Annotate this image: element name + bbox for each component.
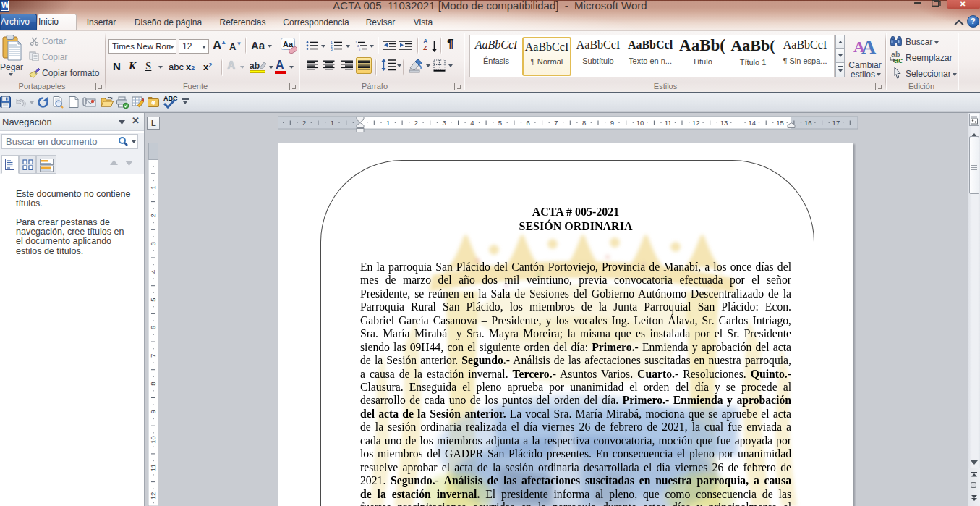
- svg-text:11: 11: [149, 464, 157, 471]
- svg-text:4: 4: [149, 270, 157, 274]
- svg-text:11: 11: [665, 119, 672, 127]
- svg-text:14: 14: [749, 119, 757, 127]
- svg-text:3: 3: [331, 47, 333, 51]
- svg-text:8: 8: [149, 381, 157, 385]
- svg-text:4: 4: [470, 119, 474, 127]
- svg-text:10: 10: [149, 436, 157, 444]
- svg-text:2: 2: [414, 119, 418, 127]
- svg-text:3: 3: [442, 119, 446, 127]
- svg-text:15: 15: [776, 119, 784, 127]
- svg-text:8: 8: [582, 119, 586, 127]
- svg-text:i: i: [359, 48, 360, 51]
- svg-text:9: 9: [149, 410, 157, 413]
- svg-text:Aa: Aa: [283, 40, 294, 49]
- svg-text:10: 10: [636, 119, 644, 127]
- svg-text:9: 9: [610, 119, 614, 127]
- svg-text:12: 12: [692, 119, 700, 127]
- svg-text:13: 13: [720, 119, 728, 127]
- svg-text:1: 1: [386, 119, 390, 127]
- svg-text:5: 5: [149, 298, 157, 301]
- svg-text:7: 7: [554, 119, 558, 127]
- svg-text:7: 7: [149, 354, 157, 358]
- svg-text:2: 2: [302, 119, 306, 127]
- svg-text:2: 2: [149, 214, 157, 217]
- svg-text:12: 12: [149, 492, 157, 500]
- svg-text:16: 16: [804, 119, 812, 127]
- svg-text:17: 17: [832, 119, 840, 127]
- svg-text:6: 6: [527, 119, 530, 127]
- svg-text:1: 1: [331, 119, 334, 127]
- svg-text:1: 1: [149, 186, 157, 190]
- svg-text:6: 6: [149, 326, 157, 329]
- svg-text:5: 5: [498, 119, 502, 127]
- svg-text:3: 3: [149, 242, 157, 245]
- svg-text:3: 3: [278, 119, 278, 127]
